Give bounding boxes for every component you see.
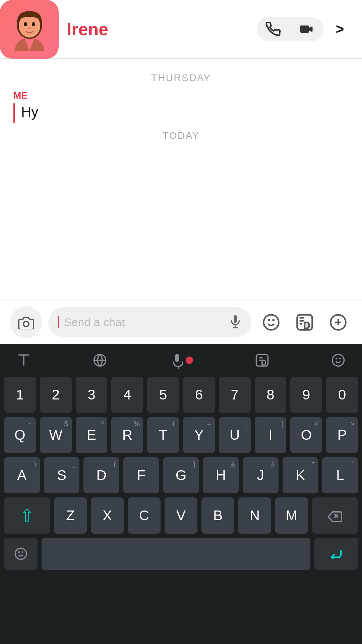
key-4[interactable]: 4 bbox=[111, 377, 143, 413]
keyboard-rows: 1 2 3 4 5 6 7 8 9 0 ~Q $W ^E %R +T =Y [U… bbox=[0, 374, 362, 534]
chat-area: THURSDAY ME Hy TODAY bbox=[0, 59, 362, 300]
call-buttons-group bbox=[257, 17, 324, 41]
key-m[interactable]: M bbox=[275, 497, 308, 534]
enter-key[interactable] bbox=[314, 538, 358, 570]
text-input-container[interactable]: Send a chat bbox=[48, 307, 251, 337]
backspace-key[interactable] bbox=[312, 497, 358, 534]
message-group: ME Hy bbox=[13, 90, 349, 123]
key-p[interactable]: >P bbox=[326, 417, 358, 453]
message-accent bbox=[13, 103, 15, 123]
key-1[interactable]: 1 bbox=[4, 377, 36, 413]
key-h[interactable]: &H bbox=[203, 457, 239, 493]
number-row: 1 2 3 4 5 6 7 8 9 0 bbox=[4, 377, 358, 413]
keyboard: 1 2 3 4 5 6 7 8 9 0 ~Q $W ^E %R +T =Y [U… bbox=[0, 344, 362, 644]
today-label: TODAY bbox=[13, 130, 349, 141]
add-button[interactable] bbox=[324, 309, 352, 336]
message-bubble: Hy bbox=[13, 103, 349, 123]
key-w[interactable]: $W bbox=[40, 417, 72, 453]
key-y[interactable]: =Y bbox=[183, 417, 215, 453]
language-button[interactable] bbox=[93, 353, 107, 367]
avatar[interactable] bbox=[0, 0, 59, 59]
key-l[interactable]: "L bbox=[322, 457, 358, 493]
message-text: Hy bbox=[21, 103, 38, 121]
key-s[interactable]: _S bbox=[44, 457, 80, 493]
asdf-row: \A _S (D :F )G &H #J *K "L bbox=[4, 457, 358, 493]
svg-point-26 bbox=[333, 355, 344, 366]
key-o[interactable]: <O bbox=[290, 417, 322, 453]
video-call-button[interactable] bbox=[290, 17, 324, 41]
svg-rect-7 bbox=[234, 315, 237, 323]
key-x[interactable]: X bbox=[91, 497, 124, 534]
svg-point-3 bbox=[32, 22, 35, 26]
key-6[interactable]: 6 bbox=[183, 377, 215, 413]
key-e[interactable]: ^E bbox=[76, 417, 108, 453]
key-f[interactable]: :F bbox=[123, 457, 159, 493]
svg-point-2 bbox=[24, 22, 27, 26]
record-indicator bbox=[186, 357, 193, 364]
key-a[interactable]: \A bbox=[4, 457, 40, 493]
svg-point-10 bbox=[264, 315, 279, 330]
key-u[interactable]: [U bbox=[219, 417, 251, 453]
header-actions: > bbox=[257, 17, 352, 41]
microphone-button[interactable] bbox=[229, 315, 242, 330]
key-j[interactable]: #J bbox=[243, 457, 279, 493]
key-v[interactable]: V bbox=[165, 497, 197, 534]
contact-name-highlight: I bbox=[67, 19, 71, 39]
svg-rect-5 bbox=[300, 25, 309, 33]
key-3[interactable]: 3 bbox=[76, 377, 108, 413]
sender-label: ME bbox=[13, 90, 349, 101]
zxcv-row: ⇧ Z X C V B N M bbox=[4, 497, 358, 534]
key-z[interactable]: Z bbox=[54, 497, 87, 534]
more-options-button[interactable]: > bbox=[328, 17, 352, 41]
key-g[interactable]: )G bbox=[163, 457, 199, 493]
key-q[interactable]: ~Q bbox=[4, 417, 36, 453]
key-t[interactable]: +T bbox=[147, 417, 179, 453]
voice-call-button[interactable] bbox=[257, 17, 290, 41]
svg-point-31 bbox=[15, 548, 26, 559]
key-5[interactable]: 5 bbox=[147, 377, 179, 413]
shift-key[interactable]: ⇧ bbox=[4, 497, 50, 534]
qwerty-row: ~Q $W ^E %R +T =Y [U ]I <O >P bbox=[4, 417, 358, 453]
key-2[interactable]: 2 bbox=[40, 377, 72, 413]
svg-rect-21 bbox=[175, 354, 179, 362]
contact-name[interactable]: Irene bbox=[67, 19, 257, 39]
key-9[interactable]: 9 bbox=[290, 377, 322, 413]
keyboard-toolbar bbox=[0, 344, 362, 374]
key-i[interactable]: ]I bbox=[255, 417, 287, 453]
input-bar: Send a chat bbox=[0, 300, 362, 344]
camera-button[interactable] bbox=[10, 306, 42, 338]
chat-input-placeholder[interactable]: Send a chat bbox=[64, 316, 223, 329]
spacebar-row bbox=[0, 538, 362, 570]
text-cursor bbox=[58, 316, 59, 328]
key-r[interactable]: %R bbox=[111, 417, 143, 453]
emoji-button[interactable] bbox=[257, 309, 285, 336]
voice-indicator bbox=[169, 352, 193, 369]
svg-point-4 bbox=[28, 27, 31, 29]
emoji-toolbar-button[interactable] bbox=[331, 353, 345, 367]
stickers-toolbar-button[interactable] bbox=[255, 353, 269, 367]
key-c[interactable]: C bbox=[128, 497, 161, 534]
spacebar[interactable] bbox=[42, 538, 310, 570]
text-format-button[interactable] bbox=[17, 353, 31, 367]
key-k[interactable]: *K bbox=[283, 457, 318, 493]
svg-point-6 bbox=[23, 321, 29, 327]
key-0[interactable]: 0 bbox=[326, 377, 358, 413]
chat-header: Irene > bbox=[0, 0, 362, 59]
sticker-button[interactable] bbox=[291, 309, 318, 336]
key-8[interactable]: 8 bbox=[255, 377, 287, 413]
emoji-key[interactable] bbox=[4, 538, 38, 570]
thursday-label: THURSDAY bbox=[13, 72, 349, 84]
key-7[interactable]: 7 bbox=[219, 377, 251, 413]
key-n[interactable]: N bbox=[238, 497, 271, 534]
key-d[interactable]: (D bbox=[83, 457, 119, 493]
key-b[interactable]: B bbox=[201, 497, 234, 534]
